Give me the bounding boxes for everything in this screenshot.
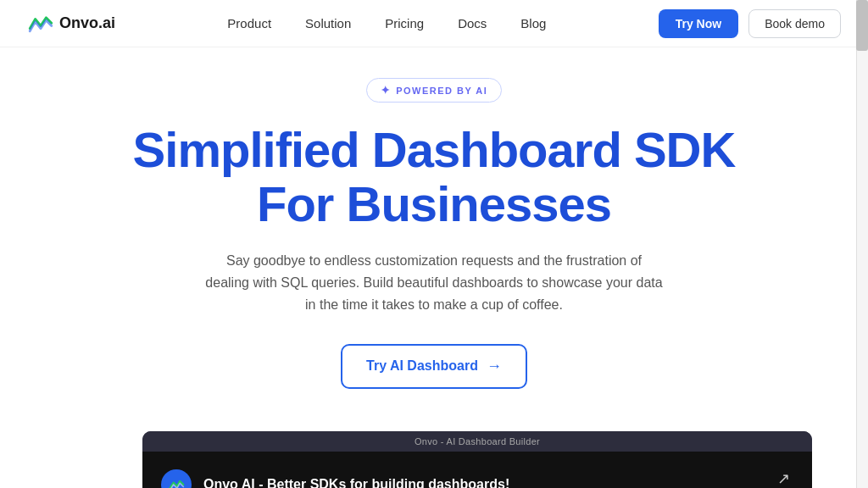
video-body[interactable]: Onvo AI - Better SDKs for building dashb… [142,452,812,488]
logo-icon [27,14,54,34]
video-logo-icon [161,469,192,488]
navbar: Onvo.ai Product Solution Pricing Docs Bl… [0,0,868,47]
video-tab-label: Onvo - AI Dashboard Builder [415,436,540,446]
video-title: Onvo AI - Better SDKs for building dashb… [203,477,762,488]
hero-subtitle: Say goodbye to endless customization req… [205,250,663,317]
hero-title: Simplified Dashboard SDK For Businesses [133,123,736,231]
nav-links: Product Solution Pricing Docs Blog [227,16,546,31]
video-tab-bar: Onvo - AI Dashboard Builder [142,431,812,452]
nav-item-product[interactable]: Product [227,16,271,31]
nav-item-solution[interactable]: Solution [305,16,351,31]
scrollbar[interactable] [856,0,868,488]
powered-badge: ✦ POWERED BY AI [366,78,503,103]
arrow-icon: → [487,358,502,375]
book-demo-button[interactable]: Book demo [748,9,841,38]
hero-section: ✦ POWERED BY AI Simplified Dashboard SDK… [0,47,868,413]
nav-item-docs[interactable]: Docs [458,16,487,31]
share-icon: ↗ [777,469,790,488]
sparkle-icon: ✦ [381,84,392,97]
try-now-button[interactable]: Try Now [659,9,738,38]
scrollbar-thumb[interactable] [856,0,868,51]
nav-item-blog[interactable]: Blog [520,16,546,31]
cta-button[interactable]: Try AI Dashboard → [341,344,527,389]
logo-text: Onvo.ai [59,14,115,32]
logo[interactable]: Onvo.ai [27,14,115,34]
video-share-button[interactable]: ↗ Дели [774,469,793,488]
nav-buttons: Try Now Book demo [659,9,841,38]
video-container: Onvo - AI Dashboard Builder Onvo AI - Be… [142,431,812,488]
badge-text: POWERED BY AI [396,86,487,96]
nav-item-pricing[interactable]: Pricing [385,16,424,31]
cta-label: Try AI Dashboard [366,358,478,374]
below-cta: Onvo - AI Dashboard Builder Onvo AI - Be… [0,413,868,488]
